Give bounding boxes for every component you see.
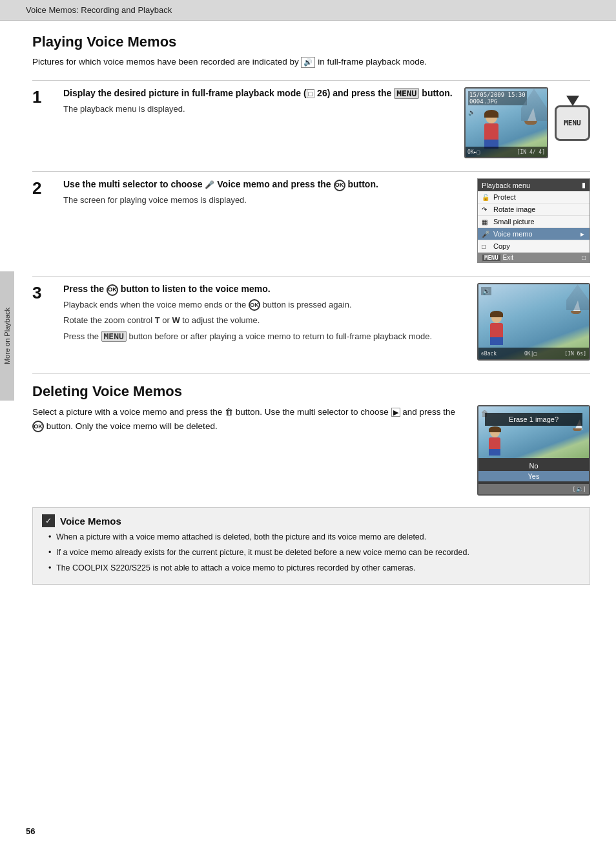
copy-icon: □ <box>482 243 491 250</box>
step-3-row: 3 Press the OK button to listen to the v… <box>32 276 590 361</box>
erase-yes[interactable]: Yes <box>478 471 589 481</box>
erase-girl <box>489 428 500 456</box>
pm-indicator: ▮ <box>582 181 586 189</box>
cs3-voice-icon: 🔉 <box>481 287 491 295</box>
pm-item-voice[interactable]: 🎤 Voice memo ► <box>478 228 590 240</box>
playing-title: Playing Voice Memos <box>32 34 590 50</box>
pm-item-small[interactable]: ▦ Small picture <box>478 216 590 228</box>
pm-small-label: Small picture <box>493 218 535 225</box>
step-3-camera-screen: 🔉 <box>477 283 590 361</box>
header-bar: Voice Memos: Recording and Playback <box>0 0 616 21</box>
pm-rotate-label: Rotate image <box>493 205 535 213</box>
menu-arrow <box>566 96 579 106</box>
step-3-images: 🔉 <box>477 283 590 361</box>
step-3-number: 3 <box>32 283 56 301</box>
cam-date-text: 15/05/2009 15:300004.JPG <box>468 91 527 105</box>
deleting-title: Deleting Voice Memos <box>32 383 590 400</box>
erase-top: 🗑 <box>478 406 589 458</box>
erase-dialog: 🗑 <box>477 405 590 496</box>
cs3-bottom: ⊙Back OK|□ [IN 6s] <box>478 348 589 359</box>
deleting-text: Select a picture with a voice memo and p… <box>32 405 464 433</box>
step-1-camera-screen: 15/05/2009 15:300004.JPG 🔉 <box>464 87 548 158</box>
step-2-number: 2 <box>32 178 56 196</box>
note-title: Voice Memos <box>60 516 121 527</box>
erase-bottom: [🔉] <box>478 484 589 494</box>
step-3-desc1: Playback ends when the voice memo ends o… <box>63 299 467 311</box>
step-1-title: Display the desired picture in full-fram… <box>63 87 454 100</box>
step-3-desc2: Rotate the zoom control T or W to adjust… <box>63 314 467 327</box>
pm-header: Playback menu ▮ <box>478 179 590 191</box>
step-2-content: Use the multi selector to choose 🎤 Voice… <box>63 178 467 206</box>
pm-exit-label: MENU Exit <box>482 254 513 261</box>
cam-voice-icon: 🔉 <box>468 109 475 116</box>
girl-figure <box>478 112 504 147</box>
erase-bottom-icon: [🔉] <box>572 486 586 492</box>
step-3-title: Press the OK button to listen to the voi… <box>63 283 467 296</box>
erase-title-text: Erase 1 image? <box>509 415 559 423</box>
main-content: Playing Voice Memos Pictures for which v… <box>0 21 616 604</box>
step-3-content: Press the OK button to listen to the voi… <box>63 283 467 342</box>
page-footer: 56 <box>26 826 35 836</box>
step-3-desc3: Press the MENU button before or after pl… <box>63 330 467 343</box>
pm-item-copy[interactable]: □ Copy <box>478 240 590 253</box>
step-1-desc: The playback menu is displayed. <box>63 103 454 116</box>
step-1-images: 15/05/2009 15:300004.JPG 🔉 <box>464 87 590 158</box>
erase-title-overlay: Erase 1 image? <box>485 413 582 426</box>
cs3-count-label: [IN 6s] <box>564 351 586 357</box>
note-list: When a picture with a voice memo attache… <box>42 531 580 574</box>
pm-protect-label: Protect <box>493 193 516 201</box>
pm-copy-label: Copy <box>493 242 510 250</box>
header-title: Voice Memos: Recording and Playback <box>26 5 172 15</box>
side-tab-label: More on Playback <box>3 308 11 364</box>
note-item-3: The COOLPIX S220/S225 is not able to att… <box>48 562 580 574</box>
protect-icon: 🔓 <box>482 194 491 201</box>
pm-help-icon: □ <box>582 254 586 261</box>
pm-voice-arrow: ► <box>579 231 586 238</box>
note-checkbox-icon: ✓ <box>42 514 55 527</box>
step-2-images: Playback menu ▮ 🔓 Protect ↷ Rotate image… <box>477 178 590 263</box>
cs3-ok-label: OK|□ <box>524 351 537 357</box>
cs3-back-label: ⊙Back <box>481 351 497 357</box>
step-1-content: Display the desired picture in full-fram… <box>63 87 454 115</box>
cam-bottom-bar: OK►□ [IN 4/ 4] <box>466 147 547 157</box>
pm-item-rotate[interactable]: ↷ Rotate image <box>478 204 590 216</box>
small-pic-icon: ▦ <box>482 218 491 225</box>
playing-intro: Pictures for which voice memos have been… <box>32 56 590 68</box>
side-tab: More on Playback <box>0 271 14 401</box>
playback-menu: Playback menu ▮ 🔓 Protect ↷ Rotate image… <box>477 178 590 263</box>
voice-icon: 🎤 <box>482 231 491 238</box>
step-2-row: 2 Use the multi selector to choose 🎤 Voi… <box>32 171 590 263</box>
step-1-row: 1 Display the desired picture in full-fr… <box>32 80 590 158</box>
step-2-desc: The screen for playing voice memos is di… <box>63 194 467 207</box>
page-container: Voice Memos: Recording and Playback More… <box>0 0 616 849</box>
menu-btn-label: MENU <box>564 119 581 127</box>
rotate-icon: ↷ <box>482 206 491 213</box>
cs3-girl <box>490 313 503 345</box>
menu-button-image: MENU <box>555 105 590 141</box>
step-1-number: 1 <box>32 87 56 105</box>
note-header: ✓ Voice Memos <box>42 514 580 527</box>
note-box: ✓ Voice Memos When a picture with a voic… <box>32 507 590 584</box>
page-number: 56 <box>26 826 35 836</box>
pm-footer: MENU Exit □ <box>478 253 590 262</box>
erase-choices: No Yes <box>478 458 589 484</box>
step-2-title: Use the multi selector to choose 🎤 Voice… <box>63 178 467 191</box>
pm-item-protect[interactable]: 🔓 Protect <box>478 191 590 204</box>
note-item-2: If a voice memo already exists for the c… <box>48 547 580 559</box>
pm-title: Playback menu <box>482 182 530 189</box>
deleting-content: Select a picture with a voice memo and p… <box>32 405 590 496</box>
note-item-1: When a picture with a voice memo attache… <box>48 531 580 543</box>
pm-voice-label: Voice memo <box>493 230 533 238</box>
erase-no[interactable]: No <box>478 461 589 471</box>
deleting-section: Deleting Voice Memos Select a picture wi… <box>32 373 590 496</box>
